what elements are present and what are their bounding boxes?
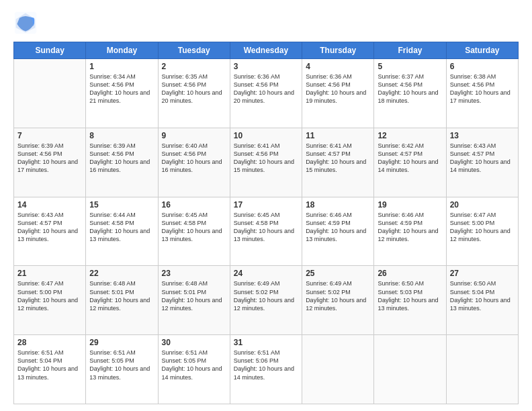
day-info: Sunrise: 6:49 AM Sunset: 5:02 PM Dayligh… (306, 279, 370, 312)
calendar-day-cell: 11Sunrise: 6:41 AM Sunset: 4:57 PM Dayli… (302, 128, 374, 197)
day-info: Sunrise: 6:38 AM Sunset: 4:56 PM Dayligh… (450, 73, 515, 105)
day-info: Sunrise: 6:45 AM Sunset: 4:58 PM Dayligh… (234, 211, 298, 244)
calendar-table: SundayMondayTuesdayWednesdayThursdayFrid… (13, 42, 519, 404)
day-info: Sunrise: 6:44 AM Sunset: 4:58 PM Dayligh… (89, 211, 154, 244)
day-info: Sunrise: 6:46 AM Sunset: 4:59 PM Dayligh… (378, 211, 442, 244)
weekday-header-cell: Tuesday (158, 42, 230, 59)
day-info: Sunrise: 6:41 AM Sunset: 4:56 PM Dayligh… (234, 142, 298, 175)
calendar-day-cell: 18Sunrise: 6:46 AM Sunset: 4:59 PM Dayli… (302, 197, 374, 266)
day-number: 17 (234, 200, 298, 210)
calendar-day-cell: 1Sunrise: 6:34 AM Sunset: 4:56 PM Daylig… (86, 59, 158, 128)
calendar-day-cell: 28Sunrise: 6:51 AM Sunset: 5:04 PM Dayli… (14, 335, 86, 404)
header (13, 11, 519, 35)
day-info: Sunrise: 6:42 AM Sunset: 4:57 PM Dayligh… (378, 142, 442, 175)
day-info: Sunrise: 6:51 AM Sunset: 5:05 PM Dayligh… (162, 349, 226, 381)
weekday-header-cell: Friday (374, 42, 446, 59)
calendar-day-cell: 6Sunrise: 6:38 AM Sunset: 4:56 PM Daylig… (446, 59, 518, 128)
day-number: 13 (450, 131, 515, 140)
calendar-day-cell (374, 335, 446, 404)
calendar-day-cell: 10Sunrise: 6:41 AM Sunset: 4:56 PM Dayli… (230, 128, 302, 197)
day-info: Sunrise: 6:45 AM Sunset: 4:58 PM Dayligh… (162, 211, 226, 244)
day-info: Sunrise: 6:40 AM Sunset: 4:56 PM Dayligh… (162, 142, 226, 175)
day-number: 18 (306, 200, 370, 210)
calendar-day-cell: 13Sunrise: 6:43 AM Sunset: 4:57 PM Dayli… (446, 128, 518, 197)
day-info: Sunrise: 6:50 AM Sunset: 5:04 PM Dayligh… (450, 279, 515, 312)
calendar-day-cell: 30Sunrise: 6:51 AM Sunset: 5:05 PM Dayli… (158, 335, 230, 404)
calendar-day-cell: 15Sunrise: 6:44 AM Sunset: 4:58 PM Dayli… (86, 197, 158, 266)
day-info: Sunrise: 6:39 AM Sunset: 4:56 PM Dayligh… (89, 142, 154, 175)
weekday-header-cell: Sunday (14, 42, 86, 59)
calendar-day-cell: 25Sunrise: 6:49 AM Sunset: 5:02 PM Dayli… (302, 266, 374, 335)
calendar-week-row: 28Sunrise: 6:51 AM Sunset: 5:04 PM Dayli… (14, 335, 519, 404)
calendar-day-cell (14, 59, 86, 128)
calendar-day-cell: 7Sunrise: 6:39 AM Sunset: 4:56 PM Daylig… (14, 128, 86, 197)
calendar-day-cell: 29Sunrise: 6:51 AM Sunset: 5:05 PM Dayli… (86, 335, 158, 404)
weekday-header-cell: Monday (86, 42, 158, 59)
day-info: Sunrise: 6:41 AM Sunset: 4:57 PM Dayligh… (306, 142, 370, 175)
day-info: Sunrise: 6:51 AM Sunset: 5:05 PM Dayligh… (89, 349, 154, 381)
calendar-day-cell: 20Sunrise: 6:47 AM Sunset: 5:00 PM Dayli… (446, 197, 518, 266)
day-number: 15 (89, 200, 154, 210)
day-number: 29 (89, 338, 154, 347)
day-number: 19 (378, 200, 442, 210)
calendar-day-cell: 9Sunrise: 6:40 AM Sunset: 4:56 PM Daylig… (158, 128, 230, 197)
calendar-day-cell: 17Sunrise: 6:45 AM Sunset: 4:58 PM Dayli… (230, 197, 302, 266)
day-info: Sunrise: 6:43 AM Sunset: 4:57 PM Dayligh… (17, 211, 82, 244)
calendar-day-cell: 26Sunrise: 6:50 AM Sunset: 5:03 PM Dayli… (374, 266, 446, 335)
day-number: 5 (378, 62, 442, 71)
calendar-week-row: 14Sunrise: 6:43 AM Sunset: 4:57 PM Dayli… (14, 197, 519, 266)
day-info: Sunrise: 6:37 AM Sunset: 4:56 PM Dayligh… (378, 73, 442, 105)
day-info: Sunrise: 6:36 AM Sunset: 4:56 PM Dayligh… (234, 73, 298, 105)
day-number: 10 (234, 131, 298, 140)
calendar-day-cell: 19Sunrise: 6:46 AM Sunset: 4:59 PM Dayli… (374, 197, 446, 266)
calendar-day-cell: 8Sunrise: 6:39 AM Sunset: 4:56 PM Daylig… (86, 128, 158, 197)
calendar-day-cell: 31Sunrise: 6:51 AM Sunset: 5:06 PM Dayli… (230, 335, 302, 404)
logo (13, 11, 40, 35)
day-number: 28 (17, 338, 82, 347)
calendar-day-cell: 23Sunrise: 6:48 AM Sunset: 5:01 PM Dayli… (158, 266, 230, 335)
calendar-day-cell: 5Sunrise: 6:37 AM Sunset: 4:56 PM Daylig… (374, 59, 446, 128)
calendar-day-cell (302, 335, 374, 404)
day-info: Sunrise: 6:51 AM Sunset: 5:04 PM Dayligh… (17, 349, 82, 381)
logo-icon (13, 11, 38, 35)
page: SundayMondayTuesdayWednesdayThursdayFrid… (0, 0, 532, 411)
day-info: Sunrise: 6:47 AM Sunset: 5:00 PM Dayligh… (17, 279, 82, 312)
day-number: 27 (450, 269, 515, 278)
day-number: 3 (234, 62, 298, 71)
day-info: Sunrise: 6:43 AM Sunset: 4:57 PM Dayligh… (450, 142, 515, 175)
day-info: Sunrise: 6:51 AM Sunset: 5:06 PM Dayligh… (234, 349, 298, 381)
day-number: 9 (162, 131, 226, 140)
calendar-week-row: 1Sunrise: 6:34 AM Sunset: 4:56 PM Daylig… (14, 59, 519, 128)
day-info: Sunrise: 6:46 AM Sunset: 4:59 PM Dayligh… (306, 211, 370, 244)
calendar-day-cell: 12Sunrise: 6:42 AM Sunset: 4:57 PM Dayli… (374, 128, 446, 197)
day-info: Sunrise: 6:39 AM Sunset: 4:56 PM Dayligh… (17, 142, 82, 175)
day-info: Sunrise: 6:47 AM Sunset: 5:00 PM Dayligh… (450, 211, 515, 244)
calendar-day-cell: 21Sunrise: 6:47 AM Sunset: 5:00 PM Dayli… (14, 266, 86, 335)
day-number: 31 (234, 338, 298, 347)
day-number: 4 (306, 62, 370, 71)
weekday-header-cell: Wednesday (230, 42, 302, 59)
day-number: 6 (450, 62, 515, 71)
calendar-day-cell (446, 335, 518, 404)
weekday-header-cell: Saturday (446, 42, 518, 59)
calendar-week-row: 21Sunrise: 6:47 AM Sunset: 5:00 PM Dayli… (14, 266, 519, 335)
day-info: Sunrise: 6:34 AM Sunset: 4:56 PM Dayligh… (89, 73, 154, 105)
weekday-header-cell: Thursday (302, 42, 374, 59)
calendar-day-cell: 2Sunrise: 6:35 AM Sunset: 4:56 PM Daylig… (158, 59, 230, 128)
day-number: 23 (162, 269, 226, 278)
day-number: 8 (89, 131, 154, 140)
day-number: 2 (162, 62, 226, 71)
calendar-day-cell: 22Sunrise: 6:48 AM Sunset: 5:01 PM Dayli… (86, 266, 158, 335)
day-number: 25 (306, 269, 370, 278)
day-info: Sunrise: 6:48 AM Sunset: 5:01 PM Dayligh… (162, 279, 226, 312)
calendar-week-row: 7Sunrise: 6:39 AM Sunset: 4:56 PM Daylig… (14, 128, 519, 197)
day-number: 7 (17, 131, 82, 140)
day-number: 26 (378, 269, 442, 278)
day-number: 1 (89, 62, 154, 71)
calendar-day-cell: 3Sunrise: 6:36 AM Sunset: 4:56 PM Daylig… (230, 59, 302, 128)
calendar-day-cell: 24Sunrise: 6:49 AM Sunset: 5:02 PM Dayli… (230, 266, 302, 335)
day-number: 20 (450, 200, 515, 210)
calendar-day-cell: 27Sunrise: 6:50 AM Sunset: 5:04 PM Dayli… (446, 266, 518, 335)
day-number: 16 (162, 200, 226, 210)
day-number: 30 (162, 338, 226, 347)
